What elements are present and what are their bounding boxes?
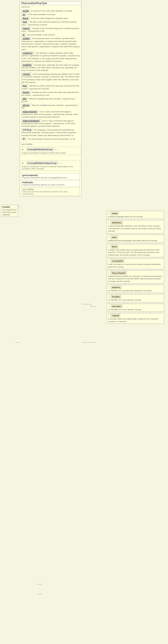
- concept-rel-group-name: ConceptRelationshipsGroup: [26, 162, 58, 165]
- attr-name-whyuri: whyuri: [21, 104, 31, 106]
- schema-diagram: FlexLocationPropType attributes qcode A …: [0, 0, 168, 644]
- attr-desc-type: The type of the concept assigned as cont…: [21, 21, 76, 26]
- attr-why: why Why the metadata has been included -…: [21, 97, 80, 103]
- concept-rel-group-desc: A group of properties required to indica…: [22, 166, 79, 170]
- attr-desc-literal: A free-text value assigned as property v…: [30, 17, 68, 20]
- located-box: located The location from which the cont…: [1, 205, 18, 217]
- prop-sameas-label: sameAs: [111, 286, 122, 289]
- attr-pubconstrainturi: pubconstrainturi One or many constraints…: [21, 119, 80, 128]
- attr-qcode: qcode A shortcut to the code which ident…: [21, 9, 80, 12]
- attr-name-howuri: howuri: [21, 91, 31, 94]
- attr-whyuri: whyuri Why the metadata has been include…: [21, 104, 80, 110]
- prop-note-label: note: [111, 236, 118, 239]
- attr-name-modified: modified: [21, 64, 33, 66]
- concept-def-group-desc: A group of properties required to define…: [22, 152, 79, 154]
- attributes-list: qcode A shortcut to the code which ident…: [20, 8, 81, 142]
- prop-remoteinfo-desc: A link to an item or a web resource whic…: [108, 263, 163, 268]
- attr-name-typeuri: typeuri: [21, 27, 31, 30]
- attr-modified: modified The date (and, optionally, the …: [21, 64, 80, 72]
- prop-definition-label: definition: [111, 221, 123, 224]
- prop-sameas-box: □ sameAs An identifier of a concept with…: [107, 285, 164, 293]
- attr-name-pubconstraint: pubconstraint: [21, 110, 38, 113]
- attr-id: id The local identifier of the element.: [21, 33, 80, 36]
- attr-literal: literal A free-text value assigned as pr…: [21, 17, 80, 20]
- poi-details-box: POIDetails A group of properties specifi…: [21, 180, 80, 187]
- attr-desc-id: The local identifier of the element.: [26, 34, 56, 36]
- prop-note-box: □ note Additional natural language infor…: [107, 235, 164, 243]
- geo-poi-section: geoAreaDetails A group of properties spe…: [20, 172, 81, 196]
- attr-typeuri: typeuri The type of the concept assigned…: [21, 27, 80, 32]
- attr-name-literal: literal: [21, 17, 30, 20]
- prop-facet-desc: In NAR 1.8 and later, facet is deprecate…: [108, 249, 163, 256]
- attr-name-type: type: [21, 20, 28, 23]
- prop-broader-label: broader: [111, 295, 121, 298]
- attr-pubconstraint: pubconstraint One or many constraints th…: [21, 110, 80, 118]
- attr-how: how Indicates by which means the value w…: [21, 84, 80, 90]
- prop-related-box: □ related A concept, where the relations…: [107, 313, 164, 324]
- prop-hierarchyinfo-desc: Represents the position of a concept in …: [108, 275, 163, 282]
- prop-related-label: related: [111, 314, 120, 317]
- main-type-container: FlexLocationPropType attributes qcode A …: [20, 1, 82, 196]
- prop-broader-desc: An identifier of a more generic concept.: [108, 299, 163, 301]
- prop-narrower-box: □ narrower An identifier of a more speci…: [107, 304, 164, 312]
- attr-type: type The type of the concept assigned as…: [21, 20, 80, 26]
- attr-name-why: why: [21, 97, 28, 100]
- located-label: located: [2, 206, 17, 208]
- attr-name-custom: custom: [21, 72, 32, 76]
- attr-name-creator: creator: [21, 37, 31, 40]
- prop-name-label: name: [111, 212, 119, 215]
- concept-def-group-name: ConceptDefinitionGroup: [26, 148, 54, 151]
- attr-name-dir: dir: [21, 138, 26, 140]
- attr-howuri: howuri Indicates by which means the valu…: [21, 91, 80, 96]
- prop-name-desc: A natural language name for the concept.: [108, 216, 163, 218]
- concept-definition-group-container: ◆··· ConceptDefinitionGroup 0...∞ A grou…: [21, 147, 80, 155]
- attr-custom: custom If the corresponding property was…: [21, 72, 80, 84]
- prop-facet-box: □ facet In NAR 1.8 and later, facet is d…: [107, 244, 164, 257]
- attr-desc-how: Indicates by which means the value was e…: [21, 85, 79, 90]
- prop-narrower-label: narrower: [111, 305, 122, 308]
- concept-def-mult: 0...∞: [55, 148, 59, 151]
- geo-area-name: geoAreaDetails: [22, 174, 79, 176]
- concept-relationships-group-container: ◆··· ConceptRelationshipsGroup 0...∞ A g…: [21, 160, 80, 171]
- attr-name-xmllang: xml:lang: [21, 128, 32, 131]
- any-other-label: any ##other: [21, 143, 33, 145]
- prop-remoteinfo-label: remoteInfo: [111, 259, 124, 263]
- attr-name-uri: uri: [21, 13, 26, 16]
- concept-rel-mult: 0...∞: [59, 162, 63, 164]
- prop-name-box: □ name A natural language name for the c…: [107, 211, 164, 219]
- prop-definition-desc: A natural language definition of the sem…: [108, 225, 163, 232]
- prop-broader-box: □ broader An identifier of a more generi…: [107, 294, 164, 302]
- geo-area-details-box: geoAreaDetails A group of properties spe…: [21, 173, 80, 180]
- poi-name: POIDetails: [22, 181, 79, 184]
- attr-creatoruri: creatoruri If the attribute is empty, sp…: [21, 52, 80, 63]
- prop-note-desc: Additional natural language information …: [108, 240, 163, 242]
- right-properties-panel: □ name A natural language name for the c…: [107, 211, 164, 325]
- attr-desc-why: Why the metadata has been included - exp…: [21, 98, 75, 102]
- prop-hierarchyinfo-box: □ hierarchyInfo Represents the position …: [107, 270, 164, 284]
- prop-hierarchyinfo-label: hierarchyInfo: [111, 271, 127, 275]
- attr-name-id: id: [21, 33, 26, 36]
- attr-desc-dir: The directionality of textual content (e…: [27, 138, 75, 140]
- poi-desc: A group of properties specific to a poin…: [22, 184, 79, 186]
- prop-facet-label: facet: [111, 245, 118, 248]
- attr-xmllang: xml:lang The language of this property a…: [21, 128, 80, 137]
- attr-desc-qcode: A shortcut to the code which identifies …: [31, 10, 72, 12]
- geo-area-desc: A group of properties specific to a geog…: [22, 176, 79, 179]
- attr-name-qcode: qcode: [21, 9, 30, 12]
- prop-related-desc: A concept, where the relationship is dif…: [108, 318, 163, 323]
- attr-name-how: how: [21, 84, 28, 87]
- prop-sameas-desc: An identifier of a concept with equivale…: [108, 290, 163, 292]
- prop-remoteinfo-box: □ remoteInfo A link to an item or a web …: [107, 258, 164, 269]
- attr-uri: uri A URI which identifies a concept.: [21, 13, 80, 16]
- located-desc: The location from which the content orig…: [2, 209, 17, 216]
- any-other-element: any ##other: [20, 142, 81, 146]
- attr-creator: creator If the property value is not def…: [21, 37, 80, 51]
- any-other-bottom-desc: Extension point for user-defined propert…: [22, 191, 78, 195]
- any-other-bottom-label: any ##other: [22, 188, 34, 191]
- any-other-bottom: any ##other Extension point for user-def…: [21, 188, 80, 196]
- prop-narrower-desc: An identifier of a more specific concept…: [108, 308, 163, 311]
- mid-connector: ···: [20, 156, 81, 160]
- attr-name-creatoruri: creatoruri: [21, 52, 34, 54]
- attr-dir: dir The directionality of textual conten…: [21, 138, 80, 140]
- attributes-section-label: attributes: [20, 5, 81, 8]
